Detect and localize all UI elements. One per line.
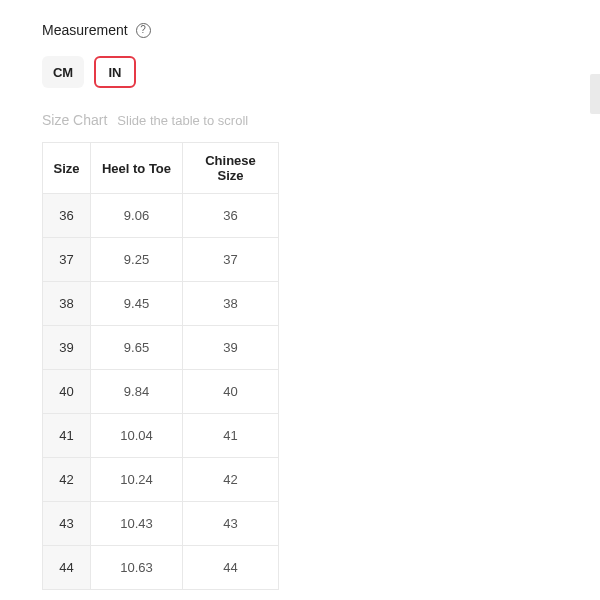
table-row: 42 10.24 42 [43,458,279,502]
cell-heel-to-toe: 10.43 [91,502,183,546]
cell-size: 38 [43,282,91,326]
cell-size: 39 [43,326,91,370]
cell-chinese-size: 42 [183,458,279,502]
cell-chinese-size: 39 [183,326,279,370]
size-chart-hint: Slide the table to scroll [117,113,248,128]
table-row: 37 9.25 37 [43,238,279,282]
cell-size: 44 [43,546,91,590]
cell-heel-to-toe: 10.63 [91,546,183,590]
cell-size: 43 [43,502,91,546]
cell-heel-to-toe: 9.65 [91,326,183,370]
right-edge-handle [590,74,600,114]
measurement-label: Measurement [42,22,128,38]
cell-chinese-size: 41 [183,414,279,458]
size-chart-table[interactable]: Size Heel to Toe Chinese Size 36 9.06 36… [42,142,279,590]
table-row: 41 10.04 41 [43,414,279,458]
cell-heel-to-toe: 10.24 [91,458,183,502]
table-row: 40 9.84 40 [43,370,279,414]
table-row: 39 9.65 39 [43,326,279,370]
col-size: Size [43,143,91,194]
size-chart-title: Size Chart [42,112,107,128]
measurement-header: Measurement ? [42,22,600,38]
cell-size: 37 [43,238,91,282]
cell-chinese-size: 36 [183,194,279,238]
cell-size: 41 [43,414,91,458]
unit-in-button[interactable]: IN [94,56,136,88]
cell-chinese-size: 40 [183,370,279,414]
cell-size: 40 [43,370,91,414]
table-body: 36 9.06 36 37 9.25 37 38 9.45 38 39 9.65… [43,194,279,590]
cell-chinese-size: 43 [183,502,279,546]
cell-chinese-size: 38 [183,282,279,326]
col-heel-to-toe: Heel to Toe [91,143,183,194]
cell-heel-to-toe: 9.06 [91,194,183,238]
cell-heel-to-toe: 9.25 [91,238,183,282]
unit-cm-button[interactable]: CM [42,56,84,88]
table-row: 36 9.06 36 [43,194,279,238]
cell-heel-to-toe: 9.45 [91,282,183,326]
col-chinese-size: Chinese Size [183,143,279,194]
table-row: 43 10.43 43 [43,502,279,546]
help-icon[interactable]: ? [136,23,151,38]
cell-chinese-size: 44 [183,546,279,590]
size-chart-header: Size Chart Slide the table to scroll [42,112,600,128]
unit-toggle: CM IN [42,56,600,88]
cell-size: 42 [43,458,91,502]
cell-size: 36 [43,194,91,238]
cell-heel-to-toe: 9.84 [91,370,183,414]
cell-chinese-size: 37 [183,238,279,282]
table-header-row: Size Heel to Toe Chinese Size [43,143,279,194]
cell-heel-to-toe: 10.04 [91,414,183,458]
table-row: 38 9.45 38 [43,282,279,326]
table-row: 44 10.63 44 [43,546,279,590]
